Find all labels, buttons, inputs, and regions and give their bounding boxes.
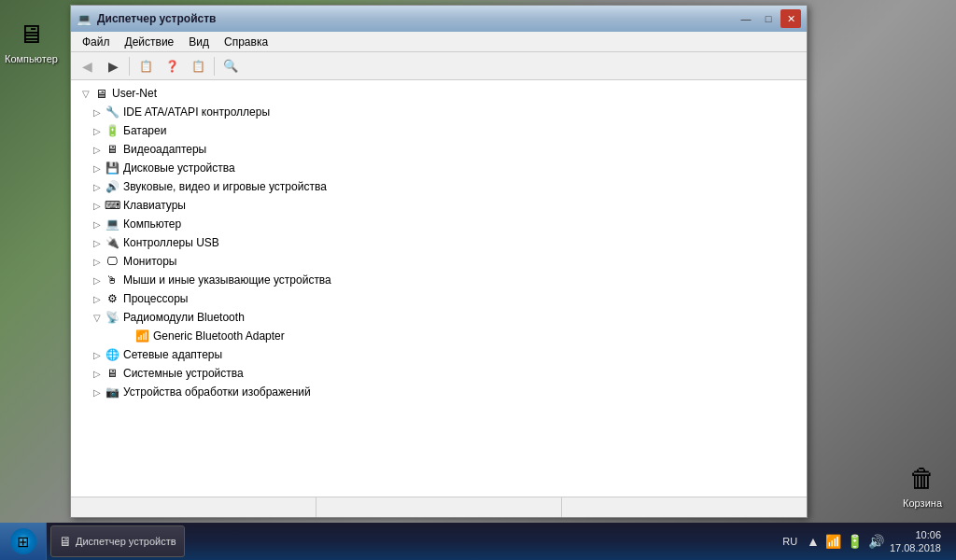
forward-button[interactable]: ▶ (101, 55, 125, 77)
generic-bt-toggle (120, 329, 134, 343)
video-toggle[interactable]: ▷ (90, 142, 105, 157)
bluetooth-icon: 📡 (105, 310, 120, 325)
menu-view[interactable]: Вид (181, 34, 217, 50)
tree-item-computer[interactable]: ▷ 💻 Компьютер (71, 215, 807, 233)
tree-root[interactable]: ▽ 🖥 User-Net (71, 84, 807, 103)
mouse-icon: 🖱 (105, 273, 120, 287)
disk-toggle[interactable]: ▷ (90, 161, 105, 175)
computer-icon-label: Компьютер (5, 53, 58, 64)
tree-item-sound[interactable]: ▷ 🔊 Звуковые, видео и игровые устройства (71, 177, 807, 196)
usb-icon: 🔌 (105, 235, 120, 250)
menu-file[interactable]: Файл (75, 34, 118, 50)
tree-item-system[interactable]: ▷ 🖥 Системные устройства (71, 364, 807, 383)
keyboard-icon: ⌨ (105, 198, 120, 213)
mouse-toggle[interactable]: ▷ (90, 273, 105, 287)
tree-item-usb[interactable]: ▷ 🔌 Контроллеры USB (71, 233, 807, 252)
bluetooth-toggle[interactable]: ▽ (90, 310, 105, 325)
imaging-label: Устройства обработки изображений (123, 385, 311, 399)
taskbar-item-label: Диспетчер устройств (76, 536, 176, 547)
minimize-button[interactable]: — (736, 9, 756, 28)
clock-date: 17.08.2018 (890, 541, 941, 554)
window-controls: — □ ✕ (736, 9, 801, 28)
system-label: Системные устройства (123, 367, 244, 380)
taskbar: ⊞ 🖥 Диспетчер устройств RU ▲ 📶 🔋 🔊 10:06… (0, 523, 956, 560)
device-tree[interactable]: ▽ 🖥 User-Net ▷ 🔧 IDE ATA/ATAPI контролле… (71, 80, 807, 497)
desktop: 🖥 Компьютер 💻 Диспетчер устройств — □ ✕ … (0, 0, 956, 560)
system-icon: 🖥 (105, 366, 120, 381)
toolbar: ◀ ▶ 📋 ❓ 📋 🔍 (71, 52, 807, 80)
properties-button[interactable]: 📋 (134, 55, 158, 77)
bluetooth-label: Радиомодули Bluetooth (123, 311, 245, 324)
tree-item-cpu[interactable]: ▷ ⚙ Процессоры (71, 289, 807, 308)
tree-item-battery[interactable]: ▷ 🔋 Батареи (71, 121, 807, 140)
root-icon: 🖥 (93, 86, 108, 101)
battery-icon: 🔋 (105, 123, 120, 138)
battery-label: Батареи (123, 124, 166, 137)
status-section-3 (562, 497, 807, 517)
language-indicator[interactable]: RU (779, 536, 801, 547)
tree-item-mouse[interactable]: ▷ 🖱 Мыши и иные указывающие устройства (71, 271, 807, 289)
computer-tree-label: Компьютер (123, 217, 181, 231)
tree-item-monitors[interactable]: ▷ 🖵 Мониторы (71, 252, 807, 271)
computer-icon: 🖥 (18, 19, 44, 49)
status-section-2 (316, 497, 562, 517)
ide-toggle[interactable]: ▷ (90, 105, 105, 119)
monitors-label: Мониторы (123, 255, 176, 268)
computer-tree-icon: 💻 (105, 217, 120, 231)
disk-icon: 💾 (105, 161, 120, 175)
usb-label: Контроллеры USB (123, 236, 219, 249)
ide-icon: 🔧 (105, 105, 120, 119)
statusbar (71, 497, 807, 517)
menu-help[interactable]: Справка (217, 34, 275, 50)
tree-item-network[interactable]: ▷ 🌐 Сетевые адаптеры (71, 345, 807, 364)
tray-volume-icon[interactable]: 🔊 (868, 534, 884, 549)
close-button[interactable]: ✕ (780, 9, 801, 28)
video-icon: 🖥 (105, 142, 120, 157)
monitors-toggle[interactable]: ▷ (90, 254, 105, 269)
desktop-icon-trash[interactable]: 🗑 Корзина (903, 463, 942, 509)
maximize-button[interactable]: □ (758, 9, 779, 28)
window-titlebar: 💻 Диспетчер устройств — □ ✕ (71, 6, 807, 32)
desktop-icon-computer[interactable]: 🖥 Компьютер (5, 19, 58, 64)
tray-network-icon[interactable]: 📶 (825, 534, 841, 549)
root-toggle[interactable]: ▽ (78, 86, 93, 101)
system-toggle[interactable]: ▷ (90, 366, 105, 381)
tree-item-ide[interactable]: ▷ 🔧 IDE ATA/ATAPI контроллеры (71, 103, 807, 121)
back-button[interactable]: ◀ (75, 55, 99, 77)
network-label: Сетевые адаптеры (123, 348, 222, 361)
sound-label: Звуковые, видео и игровые устройства (123, 180, 327, 193)
computer-toggle[interactable]: ▷ (90, 217, 105, 231)
network-icon: 🌐 (105, 347, 120, 362)
start-button[interactable]: ⊞ (0, 523, 47, 560)
tree-item-disk[interactable]: ▷ 💾 Дисковые устройства (71, 159, 807, 177)
tree-item-video[interactable]: ▷ 🖥 Видеоадаптеры (71, 140, 807, 159)
video-label: Видеоадаптеры (123, 143, 206, 156)
tree-item-keyboard[interactable]: ▷ ⌨ Клавиатуры (71, 196, 807, 215)
mouse-label: Мыши и иные указывающие устройства (123, 273, 331, 287)
taskbar-tray: RU ▲ 📶 🔋 🔊 10:06 17.08.2018 (771, 523, 956, 560)
disk-label: Дисковые устройства (123, 161, 235, 175)
tree-item-bluetooth[interactable]: ▽ 📡 Радиомодули Bluetooth (71, 308, 807, 327)
taskbar-item-devmgr[interactable]: 🖥 Диспетчер устройств (50, 525, 185, 557)
tree-item-imaging[interactable]: ▷ 📷 Устройства обработки изображений (71, 383, 807, 401)
cpu-toggle[interactable]: ▷ (90, 291, 105, 306)
tray-battery-icon[interactable]: 🔋 (847, 534, 863, 549)
sound-toggle[interactable]: ▷ (90, 179, 105, 194)
menu-action[interactable]: Действие (118, 34, 182, 50)
imaging-toggle[interactable]: ▷ (90, 385, 105, 399)
tray-arrow-icon[interactable]: ▲ (807, 534, 820, 549)
tree-item-generic-bt[interactable]: 📶 Generic Bluetooth Adapter (71, 327, 807, 345)
keyboard-toggle[interactable]: ▷ (90, 198, 105, 213)
menubar: Файл Действие Вид Справка (71, 32, 807, 52)
trash-icon-label: Корзина (903, 497, 942, 509)
toolbar-separator-1 (129, 57, 130, 76)
search-button[interactable]: 🔍 (218, 55, 243, 77)
help-button[interactable]: ❓ (160, 55, 184, 77)
clock-time: 10:06 (890, 528, 941, 541)
update-button[interactable]: 📋 (186, 55, 210, 77)
window-title: Диспетчер устройств (97, 12, 730, 25)
network-toggle[interactable]: ▷ (90, 347, 105, 362)
device-manager-window: 💻 Диспетчер устройств — □ ✕ Файл Действи… (70, 5, 808, 518)
usb-toggle[interactable]: ▷ (90, 235, 105, 250)
battery-toggle[interactable]: ▷ (90, 123, 105, 138)
